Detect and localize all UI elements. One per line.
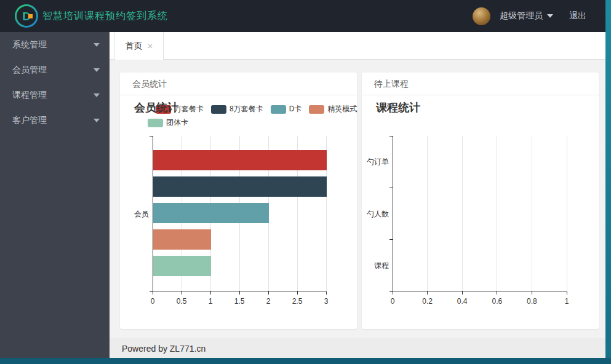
bar-万套餐卡[interactable] xyxy=(153,150,327,170)
gridline xyxy=(427,136,428,291)
app-root: D 智慧培训课程预约签到系统 超级管理员 退出 系统管理 会员管理 课程管理 xyxy=(0,0,611,364)
member-stats-card-title: 会员统计 xyxy=(120,73,357,95)
header-right: 超级管理员 退出 xyxy=(473,7,586,25)
y-axis-tick xyxy=(389,291,393,292)
footer-text: Powered by ZL771.cn xyxy=(122,344,206,354)
chevron-down-icon xyxy=(94,68,100,72)
x-axis-tick-label: 0 xyxy=(380,297,405,306)
gridline xyxy=(462,136,463,291)
gridline xyxy=(532,136,532,291)
sidebar: 系统管理 会员管理 课程管理 客户管理 xyxy=(0,32,110,358)
bar-精英模式[interactable] xyxy=(153,229,211,250)
content-area: 会员统计 会员统计万套餐卡8万套餐卡D卡精英模式团体卡00.511.522.53… xyxy=(110,60,605,338)
legend-item[interactable]: 8万套餐卡 xyxy=(211,104,263,114)
legend-label: 万套餐卡 xyxy=(174,104,204,114)
legend-swatch xyxy=(211,105,226,114)
chart-legend-row: 团体卡 xyxy=(148,117,196,128)
chart-plot-area: 00.20.40.60.81勺订单勺人数课程 xyxy=(393,136,567,291)
x-axis-tick xyxy=(239,291,240,295)
logout-button[interactable]: 退出 xyxy=(569,10,586,22)
x-axis-line xyxy=(393,291,567,291)
x-axis-tick xyxy=(326,291,327,295)
legend-swatch xyxy=(309,105,324,114)
x-axis-tick xyxy=(393,291,393,295)
y-axis-tick xyxy=(150,291,153,292)
legend-item[interactable]: 团体卡 xyxy=(148,117,188,128)
y-axis-tick xyxy=(389,239,393,240)
x-axis-tick xyxy=(268,291,269,295)
legend-swatch xyxy=(271,105,286,114)
sidebar-item-label: 课程管理 xyxy=(12,90,47,101)
legend-swatch xyxy=(148,119,163,127)
chart-title: 会员统计 xyxy=(134,100,178,115)
logo-orange-square xyxy=(28,14,33,18)
x-axis-tick-label: 1.5 xyxy=(227,297,252,306)
chevron-down-icon xyxy=(547,14,553,18)
horizontal-scrollbar[interactable] xyxy=(0,358,611,364)
x-axis-tick-label: 2 xyxy=(256,297,281,306)
x-axis-tick-label: 2.5 xyxy=(285,297,309,306)
y-axis-line xyxy=(153,136,153,291)
member-stats-chart: 会员统计万套餐卡8万套餐卡D卡精英模式团体卡00.511.522.53会员 xyxy=(120,95,357,329)
legend-item[interactable]: D卡 xyxy=(271,104,302,114)
app-logo-icon: D xyxy=(15,4,38,28)
footer: Powered by ZL771.cn xyxy=(110,338,605,358)
y-axis-category-label: 勺订单 xyxy=(364,157,389,167)
x-axis-tick xyxy=(297,291,298,295)
bar-8万套餐卡[interactable] xyxy=(153,176,327,197)
top-header: D 智慧培训课程预约签到系统 超级管理员 退出 xyxy=(0,0,611,32)
tab-home-label: 首页 xyxy=(126,41,143,52)
x-axis-tick-label: 3 xyxy=(314,297,338,306)
x-axis-tick-label: 1 xyxy=(198,297,223,306)
chart-title: 课程统计 xyxy=(376,100,420,115)
x-axis-tick-label: 0.4 xyxy=(450,297,474,306)
logo-inner-circle: D xyxy=(17,6,36,26)
legend-label: 团体卡 xyxy=(166,117,188,128)
y-axis-category-label: 勺人数 xyxy=(364,209,389,220)
x-axis-tick xyxy=(210,291,211,295)
sidebar-item-system-management[interactable]: 系统管理 xyxy=(0,32,110,57)
x-axis-tick xyxy=(462,291,463,295)
x-axis-tick xyxy=(532,291,532,295)
legend-label: 精英模式 xyxy=(327,104,357,114)
vertical-scrollbar[interactable] xyxy=(605,0,611,364)
sidebar-item-customer-management[interactable]: 客户管理 xyxy=(0,108,110,133)
x-axis-tick-label: 1 xyxy=(554,297,579,306)
user-avatar[interactable] xyxy=(473,7,490,25)
close-icon[interactable]: × xyxy=(148,41,153,50)
sidebar-item-course-management[interactable]: 课程管理 xyxy=(0,82,110,108)
chart-plot-area: 00.511.522.53会员 xyxy=(153,136,326,291)
user-menu[interactable]: 超级管理员 xyxy=(500,10,553,22)
bar-D卡[interactable] xyxy=(153,203,269,223)
legend-item[interactable]: 精英模式 xyxy=(309,104,357,114)
y-axis-tick xyxy=(150,136,153,136)
app-title: 智慧培训课程预约签到系统 xyxy=(42,10,168,23)
x-axis-tick xyxy=(182,291,182,295)
x-axis-tick-label: 0.6 xyxy=(485,297,509,306)
legend-label: D卡 xyxy=(289,104,302,114)
pending-courses-card: 待上课程 课程统计00.20.40.60.81勺订单勺人数课程 xyxy=(362,73,599,329)
x-axis-tick xyxy=(427,291,428,295)
chevron-down-icon xyxy=(94,43,100,47)
sidebar-item-label: 会员管理 xyxy=(12,65,47,76)
member-stats-card: 会员统计 会员统计万套餐卡8万套餐卡D卡精英模式团体卡00.511.522.53… xyxy=(120,73,357,329)
main-area: 首页 × 会员统计 会员统计万套餐卡8万套餐卡D卡精英模式团体卡00.511.5… xyxy=(110,32,605,358)
x-axis-tick-label: 0.8 xyxy=(519,297,544,306)
chart-legend-row: 万套餐卡8万套餐卡D卡精英模式 xyxy=(156,104,364,114)
bar-团体卡[interactable] xyxy=(153,256,211,276)
tab-home[interactable]: 首页 × xyxy=(114,32,164,60)
gridline xyxy=(567,136,567,291)
chevron-down-icon xyxy=(94,93,100,97)
sidebar-item-label: 系统管理 xyxy=(12,39,47,50)
y-axis-line xyxy=(393,136,393,291)
x-axis-tick xyxy=(567,291,567,295)
brand: D 智慧培训课程预约签到系统 xyxy=(15,4,168,28)
y-axis-tick xyxy=(389,188,393,188)
x-axis-tick-label: 0 xyxy=(140,297,165,306)
sidebar-item-member-management[interactable]: 会员管理 xyxy=(0,57,110,82)
y-axis-category-label: 课程 xyxy=(364,261,389,271)
x-axis-tick-label: 0.5 xyxy=(169,297,194,306)
sidebar-item-label: 客户管理 xyxy=(12,115,47,126)
x-axis-tick xyxy=(153,291,153,295)
y-axis-tick xyxy=(389,136,393,136)
